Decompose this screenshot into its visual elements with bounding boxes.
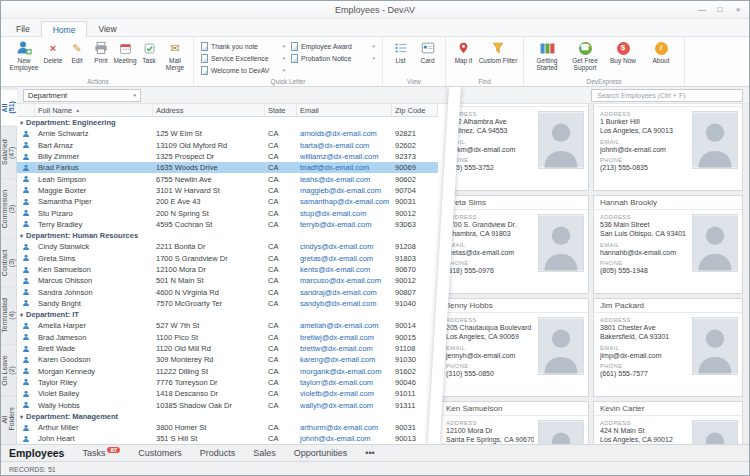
employee-card[interactable]: Greta Sims ADDRESS 1700 S. Grandview Dr.… (439, 195, 589, 294)
cell-email-link[interactable]: stup@dx-email.com (297, 209, 392, 218)
group-expand-icon[interactable]: ▾ (20, 311, 23, 318)
group-expand-icon[interactable]: ▾ (20, 119, 23, 126)
grid-group-row[interactable]: ▾ Department: IT (17, 309, 438, 320)
folder-tab[interactable]: Commission (3) (1, 178, 17, 238)
employee-row[interactable]: Marcus Ohlsson 501 N Main St CA marcuso@… (17, 275, 438, 286)
folder-tab[interactable]: Salaried (47) (1, 126, 17, 178)
cell-email-link[interactable]: arnolds@dx-email.com (297, 129, 392, 138)
cell-email-link[interactable]: morgank@dx-email.com (297, 367, 392, 376)
employee-row[interactable]: Samantha Piper 200 E Ave 43 CA samanthap… (17, 196, 438, 207)
column-header[interactable]: Full Name ▲ (35, 104, 153, 116)
quick-letter-item[interactable]: Thank you note ▾ (198, 40, 288, 52)
getting-started-button[interactable]: Getting Started (528, 39, 566, 75)
module-tab[interactable]: Products (200, 448, 236, 458)
about-button[interactable]: i About (642, 39, 680, 75)
cell-email-link[interactable]: maggieb@dx-email.com (297, 186, 392, 195)
ribbon-tab[interactable]: Home (41, 21, 88, 37)
mail-merge-button[interactable]: ✉ Mail Merge (161, 39, 189, 75)
column-header[interactable]: Zip Code (392, 104, 438, 116)
employee-row[interactable]: Wally Hobbs 10385 Shadow Oak Dr CA wally… (17, 399, 438, 410)
quick-letter-item[interactable]: Service Excellence ▾ (198, 52, 288, 64)
module-tab[interactable]: Opportunities (294, 448, 348, 458)
employee-row[interactable]: Greta Sims 1700 S Grandview Dr CA gretas… (17, 253, 438, 264)
close-icon[interactable]: × (729, 2, 747, 17)
employee-card[interactable]: Jim Packard ADDRESS 3801 Chester Ave Bak… (593, 298, 743, 397)
employee-card[interactable]: Hannah Brookly ADDRESS 536 Main Street S… (593, 195, 743, 294)
cell-email-link[interactable]: leahs@dx-email.com (297, 175, 392, 184)
cell-email-link[interactable]: brettw@dx-email.com (297, 344, 392, 353)
meeting-button[interactable]: Meeting (113, 39, 137, 75)
group-expand-icon[interactable]: ▾ (20, 232, 23, 239)
employee-row[interactable]: Karen Goodson 309 Monterey Rd CA kareng@… (17, 354, 438, 365)
column-header[interactable]: State (265, 104, 297, 116)
cell-email-link[interactable]: kents@dx-email.com (297, 265, 392, 274)
cell-email-link[interactable]: arthurm@dx-email.com (297, 423, 392, 432)
employee-row[interactable]: Terry Bradley 4595 Cochran St CA terryb@… (17, 219, 438, 230)
module-tab[interactable]: ••• (365, 448, 374, 458)
maximize-icon[interactable]: □ (711, 2, 729, 17)
cell-email-link[interactable]: violetb@dx-email.com (297, 389, 392, 398)
column-header[interactable]: Address (153, 104, 265, 116)
employee-row[interactable]: Sandy Bright 7570 McGroarty Ter CA sandy… (17, 298, 438, 309)
employee-row[interactable]: Cindy Stanwick 2211 Bonita Dr CA cindys@… (17, 241, 438, 252)
employee-row[interactable]: Taylor Riley 7776 Torreyson Dr CA taylor… (17, 377, 438, 388)
employee-row[interactable]: Leah Simpson 6755 Newlin Ave CA leahs@dx… (17, 173, 438, 184)
cell-email-link[interactable]: marcuso@dx-email.com (297, 276, 392, 285)
employee-row[interactable]: Amelia Harper 527 W 7th St CA ameliah@dx… (17, 320, 438, 331)
employee-card[interactable]: Ken Samuelson ADDRESS 12100 Mora Dr Sant… (439, 401, 589, 444)
quick-letter-item[interactable]: Welcome to DevAV ▾ (198, 64, 288, 76)
card-view-button[interactable]: Card (414, 39, 441, 75)
cell-email-link[interactable]: williamz@dx-email.com (297, 152, 392, 161)
cell-email-link[interactable]: cindys@dx-email.com (297, 242, 392, 251)
employee-row[interactable]: Bart Arnaz 13109 Old Myford Rd CA barta@… (17, 140, 438, 151)
employee-row[interactable]: John Heart 351 S Hill St CA johnh@dx-ema… (17, 433, 438, 444)
folder-tab[interactable]: On Leave (2) (1, 344, 17, 397)
print-button[interactable]: Print (89, 39, 113, 75)
column-header[interactable]: Email (297, 104, 392, 116)
employee-row[interactable]: Billy Zimmer 1325 Prospect Dr CA william… (17, 151, 438, 162)
minimize-icon[interactable]: — (693, 2, 711, 17)
list-view-button[interactable]: List (387, 39, 414, 75)
folder-tab[interactable]: All Folders (1, 396, 17, 442)
employee-row[interactable]: Brad Jameson 1100 Pico St CA bretlwj@dx-… (17, 332, 438, 343)
module-tab[interactable]: Sales (253, 448, 276, 458)
search-input[interactable] (591, 89, 743, 102)
ribbon-tab[interactable]: File (5, 21, 41, 36)
quick-letter-item[interactable]: Probation Notice ▾ (288, 52, 378, 64)
folder-tab[interactable]: Contract (3) (1, 238, 17, 287)
task-button[interactable]: Task (137, 39, 161, 75)
edit-button[interactable]: ✎ Edit (65, 39, 89, 75)
employee-row[interactable]: Brett Wade 1120 Old Mill Rd CA brettw@dx… (17, 343, 438, 354)
employee-row[interactable]: Sandra Johnson 4600 N Virginia Rd CA san… (17, 286, 438, 297)
custom-filter-button[interactable]: Custom Filter (477, 39, 519, 75)
employee-card[interactable]: Kevin Carter ADDRESS 424 N Main St Los A… (593, 401, 743, 444)
cell-email-link[interactable]: sandyb@dx-email.com (297, 299, 392, 308)
employee-row[interactable]: Ken Samuelson 12100 Mora Dr CA kents@dx-… (17, 264, 438, 275)
employee-row[interactable]: Morgan Kennedy 11222 Dilling St CA morga… (17, 366, 438, 377)
employee-row[interactable]: Stu Pizaro 200 N Spring St CA stup@dx-em… (17, 207, 438, 218)
cell-email-link[interactable]: wallyh@dx-email.com (297, 401, 392, 410)
cell-email-link[interactable]: ameliah@dx-email.com (297, 321, 392, 330)
group-by-department-dropdown[interactable]: Department ▾ (23, 89, 141, 102)
cell-email-link[interactable]: bradf@dx-email.com (297, 163, 392, 172)
buy-now-button[interactable]: $ Buy Now (604, 39, 642, 75)
folder-tab[interactable]: All (51) (1, 89, 17, 126)
new-employee-button[interactable]: New Employee (7, 39, 41, 75)
employee-card[interactable]: ADDRESS 1 Bunker Hill Los Angeles, CA 90… (593, 104, 743, 191)
employee-row[interactable]: Maggie Boxter 3101 W Harvard St CA maggi… (17, 185, 438, 196)
module-tab[interactable]: Tasks 87 (82, 448, 120, 458)
grid-group-row[interactable]: ▾ Department: Engineering (17, 117, 438, 128)
employee-card[interactable]: Jenny Hobbs ADDRESS 205 Chautauqua Boule… (439, 298, 589, 397)
employee-row[interactable]: Violet Bailey 1418 Descanso Dr CA violet… (17, 388, 438, 399)
get-free-support-button[interactable]: ☎ Get Free Support (566, 39, 604, 75)
quick-letter-item[interactable]: Employee Award ▾ (288, 40, 378, 52)
cell-email-link[interactable]: taylorr@dx-email.com (297, 378, 392, 387)
cell-email-link[interactable]: kareng@dx-email.com (297, 355, 392, 364)
cell-email-link[interactable]: terryb@dx-email.com (297, 220, 392, 229)
grid-group-row[interactable]: ▾ Department: Human Resources (17, 230, 438, 241)
map-it-button[interactable]: Map it (450, 39, 477, 75)
grid-group-row[interactable]: ▾ Department: Management (17, 411, 438, 422)
employee-card[interactable]: ADDRESS 4202 Alhambra Ave Martinez, CA 9… (439, 104, 589, 191)
cell-email-link[interactable]: bretlwj@dx-email.com (297, 333, 392, 342)
employee-row[interactable]: Brad Farkus 1635 Woods Drive CA bradf@dx… (17, 162, 438, 173)
